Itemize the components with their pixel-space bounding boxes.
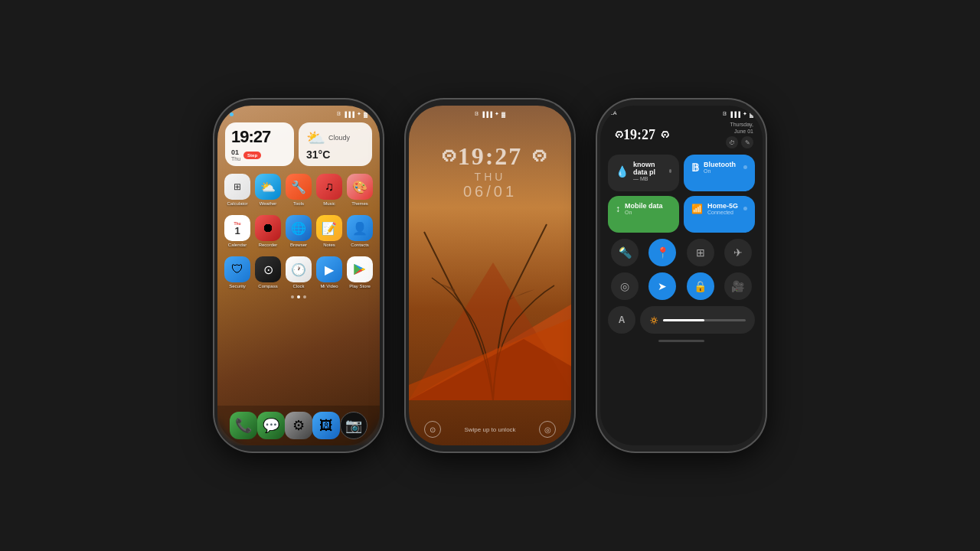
clock-bottom: 01 Thu Step: [231, 148, 288, 161]
tile-mob-title: Mobile data: [625, 202, 663, 210]
dock-gallery[interactable]: 🖼: [312, 412, 340, 439]
control-header: ၐ19:27ၐ Thursday, June 01 ⏱ ✎: [600, 119, 763, 152]
step-button[interactable]: Step: [243, 152, 261, 159]
mobile-data-icon: ↕: [616, 204, 620, 214]
status-bar-lock: 𝔹 ▐▐▐ ✦ ▓: [462, 106, 518, 119]
calendar-icon: Thu 1: [224, 215, 250, 241]
brightness-slider[interactable]: 🔅: [640, 306, 755, 334]
weather-desc: Cloudy: [328, 134, 350, 142]
data-drop-icon: 💧: [616, 165, 629, 178]
clock-widget[interactable]: 19:27 01 Thu Step: [225, 122, 294, 166]
status-bar-control: EA 𝔹 ▐▐▐ ✦ ▓: [600, 106, 763, 119]
tile-data-dot: [669, 169, 671, 173]
toggle-flashlight[interactable]: 🔦: [611, 239, 639, 266]
app-weather[interactable]: ⛅ Weather: [254, 174, 282, 206]
app-contacts[interactable]: 👤 Contacts: [346, 215, 374, 247]
phone-homescreen: 𝔹 ▐▐▐ ✦ ▓ 19:27 01 Thu Step: [214, 99, 383, 452]
app-label-recorder: Recorder: [259, 243, 278, 247]
app-clock[interactable]: 🕐 Clock: [285, 256, 312, 289]
app-label-security: Security: [229, 284, 246, 289]
toggle-cast[interactable]: ⊞: [687, 239, 714, 266]
browser-icon: 🌐: [286, 215, 312, 241]
app-label-calendar: Calendar: [228, 243, 247, 247]
home-screen: 𝔹 ▐▐▐ ✦ ▓ 19:27 01 Thu Step: [217, 106, 380, 445]
app-grid-row1: ⊞ Calculator ⛅ Weather 🔧 Tools ♫ Music 🎨: [217, 169, 380, 210]
tile-bluetooth[interactable]: 𝔹 Bluetooth On: [684, 155, 755, 191]
app-browser[interactable]: 🌐 Browser: [285, 215, 312, 247]
dock-messages[interactable]: 💬: [257, 412, 285, 439]
brightness-track: [663, 319, 746, 321]
app-compass[interactable]: ⊙ Compass: [254, 256, 282, 289]
app-label-compass: Compass: [258, 284, 277, 289]
app-notes[interactable]: 📝 Notes: [315, 215, 343, 247]
app-label-themes: Themes: [351, 201, 368, 206]
status-icons-control: 𝔹 ▐▐▐ ✦ ▓: [723, 110, 753, 118]
date-line1: Thursday,: [730, 122, 753, 127]
tools-icon: 🔧: [286, 174, 312, 200]
notes-icon: 📝: [316, 215, 342, 241]
lock-time: ၐ19:27ၐ: [432, 142, 549, 171]
app-grid-row3: 🛡 Security ⊙ Compass 🕐 Clock ▶ Mi Video: [217, 252, 380, 293]
battery-icon-home: ▓: [364, 112, 368, 117]
battery-icon-ctrl: ▓: [750, 112, 753, 117]
app-label-notes: Notes: [323, 243, 335, 247]
tile-wifi-dot: [743, 207, 747, 210]
app-recorder[interactable]: ⏺ Recorder: [254, 215, 282, 247]
app-label-browser: Browser: [290, 243, 307, 247]
music-icon: ♫: [316, 174, 342, 200]
app-label-playstore: Play Store: [349, 284, 371, 289]
tile-data-usage[interactable]: 💧 known data pl — MB: [608, 155, 679, 191]
edit-icon[interactable]: ✎: [741, 136, 753, 148]
weather-app-icon: ⛅: [255, 174, 281, 200]
toggle-grid-1: 🔦 📍 ⊞ ✈: [600, 236, 763, 269]
toggle-reading[interactable]: ◎: [611, 272, 639, 300]
clock-date: 01: [231, 148, 240, 156]
calculator-icon: ⊞: [224, 174, 250, 200]
toggle-location[interactable]: 📍: [648, 239, 676, 266]
app-calendar[interactable]: Thu 1 Calendar: [224, 215, 251, 247]
notification-dot: [230, 112, 234, 116]
date-line2: June 01: [734, 129, 753, 134]
app-tools[interactable]: 🔧 Tools: [285, 174, 312, 206]
lock-shortcut-btn[interactable]: ◎: [539, 421, 556, 438]
palm-illustration: [409, 186, 571, 403]
control-time: ၐ19:27ၐ: [609, 127, 669, 143]
tile-wifi[interactable]: 📶 Home-5G Connected: [684, 196, 755, 233]
lock-screen: 𝔹 ▐▐▐ ✦ ▓ ၐ19:27ၐ THU 06/01: [409, 106, 571, 445]
playstore-icon: [347, 256, 373, 282]
toggle-lock-rotation[interactable]: 🔒: [687, 272, 714, 300]
app-mivideo[interactable]: ▶ Mi Video: [315, 256, 343, 289]
toggle-navigation[interactable]: ➤: [648, 272, 676, 300]
app-themes[interactable]: 🎨 Themes: [346, 174, 374, 206]
weather-top: ⛅ Cloudy: [306, 129, 364, 147]
timer-icon[interactable]: ⏱: [726, 136, 738, 148]
dock-settings[interactable]: ⚙: [285, 412, 312, 439]
app-label-calculator: Calculator: [227, 201, 247, 206]
home-indicator[interactable]: [658, 340, 704, 342]
app-music[interactable]: ♫ Music: [315, 174, 343, 206]
security-icon: 🛡: [224, 256, 250, 282]
app-playstore[interactable]: Play Store: [346, 256, 374, 289]
app-calculator[interactable]: ⊞ Calculator: [224, 174, 251, 206]
wifi-icon-home: ✦: [357, 111, 361, 117]
app-security[interactable]: 🛡 Security: [224, 256, 251, 289]
dot-1: [291, 295, 294, 298]
bluetooth-tile-icon: 𝔹: [691, 161, 699, 174]
a-button[interactable]: A: [608, 306, 635, 334]
dock-camera[interactable]: 📷: [340, 412, 368, 439]
app-label-clock: Clock: [292, 284, 304, 289]
control-bottom-bar: A 🔅: [600, 303, 763, 337]
toggle-airplane[interactable]: ✈: [724, 239, 752, 266]
weather-widget[interactable]: ⛅ Cloudy 31°C: [299, 122, 372, 166]
tile-mob-row: ↕ Mobile data On: [616, 202, 671, 215]
phone-controlcenter: EA 𝔹 ▐▐▐ ✦ ▓ ၐ19:27ၐ Thursday, June 01: [597, 99, 766, 452]
status-icons-home: 𝔹 ▐▐▐ ✦ ▓: [337, 111, 368, 117]
tile-mobile-data[interactable]: ↕ Mobile data On: [608, 196, 679, 233]
lock-camera-btn[interactable]: ⊙: [424, 421, 441, 438]
brightness-low-icon: 🔅: [649, 316, 658, 324]
phone-lockscreen: 𝔹 ▐▐▐ ✦ ▓ ၐ19:27ၐ THU 06/01: [406, 99, 574, 452]
widgets-area: 19:27 01 Thu Step ⛅ Cloudy 31°C: [217, 119, 380, 169]
dock-phone[interactable]: 📞: [230, 412, 257, 439]
tile-wifi-title: Home-5G: [707, 202, 738, 210]
toggle-video[interactable]: 🎥: [724, 272, 752, 300]
